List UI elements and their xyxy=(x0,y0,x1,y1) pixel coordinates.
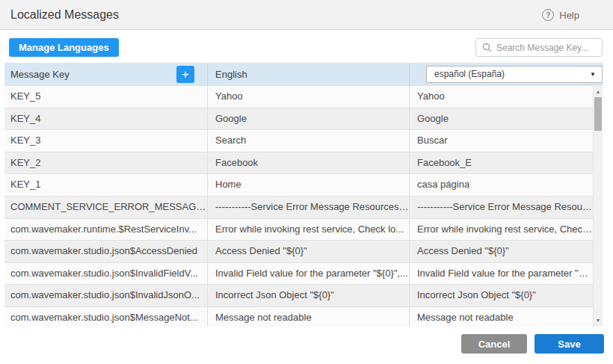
spanish-value-cell[interactable]: Google xyxy=(410,108,593,130)
column-header-message-key: Message Key + xyxy=(4,63,208,86)
spanish-value-cell[interactable]: Invalid Field value for the parameter "$… xyxy=(410,263,593,285)
message-key-cell[interactable]: com.wavemaker.studio.json$InvalidFieldV.… xyxy=(4,263,208,285)
table-row[interactable]: KEY_1 Home casa página xyxy=(4,174,593,197)
message-key-cell[interactable]: COMMENT_SERVICE_ERROR_MESSAGES xyxy=(4,197,208,218)
scroll-up-icon[interactable]: ▲ xyxy=(594,88,603,96)
manage-languages-button[interactable]: Manage Languages xyxy=(9,38,119,57)
spanish-value-cell[interactable]: Message not readable xyxy=(410,307,593,327)
search-input[interactable] xyxy=(496,43,596,53)
help-button[interactable]: ? Help xyxy=(542,0,579,30)
message-key-cell[interactable]: com.wavemaker.studio.json$AccessDenied xyxy=(4,241,208,262)
english-value-cell[interactable]: Access Denied "${0}" xyxy=(208,241,410,262)
cancel-button[interactable]: Cancel xyxy=(461,334,527,354)
add-message-key-button[interactable]: + xyxy=(176,66,194,83)
message-key-cell[interactable]: com.wavemaker.studio.json$MessageNot... xyxy=(4,307,208,327)
table-row[interactable]: com.wavemaker.studio.json$InvalidJsonO..… xyxy=(4,285,593,307)
english-value-cell[interactable]: Message not readable xyxy=(208,307,410,327)
english-value-cell[interactable]: Search xyxy=(208,130,410,152)
localized-messages-dialog: Localized Messages ? Help Manage Languag… xyxy=(0,0,613,364)
scrollbar-thumb[interactable] xyxy=(594,97,602,131)
search-box[interactable] xyxy=(475,38,603,57)
table-row[interactable]: KEY_5 Yahoo Yahoo xyxy=(4,86,593,108)
english-value-cell[interactable]: Facebook xyxy=(208,152,410,174)
help-icon: ? xyxy=(542,9,554,21)
table-scrollbar[interactable]: ▲ ▼ xyxy=(593,86,603,327)
language-select-value: español (España) xyxy=(434,69,505,79)
message-key-cell[interactable]: KEY_2 xyxy=(4,152,208,174)
message-key-cell[interactable]: com.wavemaker.runtime.$RestServiceInv... xyxy=(4,219,208,241)
table-row[interactable]: KEY_3 Search Buscar xyxy=(4,130,593,152)
english-label: English xyxy=(215,69,247,80)
english-value-cell[interactable]: Home xyxy=(208,174,410,196)
save-button[interactable]: Save xyxy=(535,334,604,354)
message-key-cell[interactable]: KEY_3 xyxy=(4,130,208,152)
english-value-cell[interactable]: Incorrect Json Object "${0}" xyxy=(208,285,410,306)
message-key-cell[interactable]: KEY_1 xyxy=(4,174,208,196)
english-value-cell[interactable]: Error while invoking rest service, Check… xyxy=(208,219,410,241)
column-header-language: español (España) ▼ xyxy=(410,63,603,86)
table-row[interactable]: com.wavemaker.studio.json$InvalidFieldV.… xyxy=(4,263,593,286)
table-row[interactable]: KEY_2 Facebook Facebook_E xyxy=(4,152,593,175)
plus-icon: + xyxy=(182,67,189,81)
table-row[interactable]: com.wavemaker.runtime.$RestServiceInv...… xyxy=(4,219,593,241)
spanish-value-cell[interactable]: Error while invoking rest service, Check… xyxy=(410,219,593,241)
spanish-value-cell[interactable]: casa página xyxy=(410,174,593,196)
grid-header-row: Message Key + English español (España) ▼ xyxy=(4,63,603,86)
search-icon xyxy=(482,43,492,52)
table-body: KEY_5 Yahoo Yahoo KEY_4 Google Google KE… xyxy=(4,86,603,327)
chevron-down-icon: ▼ xyxy=(590,67,596,82)
language-select[interactable]: español (España) ▼ xyxy=(426,66,603,83)
messages-grid: Message Key + English español (España) ▼… xyxy=(4,63,603,327)
message-key-label: Message Key xyxy=(10,69,70,80)
table-row[interactable]: COMMENT_SERVICE_ERROR_MESSAGES ---------… xyxy=(4,197,593,219)
help-label: Help xyxy=(559,10,579,21)
message-key-cell[interactable]: KEY_4 xyxy=(4,108,208,130)
message-key-cell[interactable]: com.wavemaker.studio.json$InvalidJsonO..… xyxy=(4,285,208,306)
column-header-english: English xyxy=(208,63,410,86)
page-title: Localized Messages xyxy=(10,0,119,29)
spanish-value-cell[interactable]: Access Denied "${0}" xyxy=(410,241,593,262)
scroll-down-icon[interactable]: ▼ xyxy=(594,317,603,324)
english-value-cell[interactable]: Invalid Field value for the parameter "$… xyxy=(208,263,410,285)
title-bar: Localized Messages ? Help xyxy=(0,0,613,30)
message-key-cell[interactable]: KEY_5 xyxy=(4,86,208,108)
spanish-value-cell[interactable]: -----------Service Error Message Resourc… xyxy=(410,197,593,218)
spanish-value-cell[interactable]: Buscar xyxy=(410,130,593,152)
table-row[interactable]: com.wavemaker.studio.json$AccessDenied A… xyxy=(4,241,593,263)
table-row[interactable]: com.wavemaker.studio.json$MessageNot... … xyxy=(4,307,593,327)
english-value-cell[interactable]: Google xyxy=(208,108,410,130)
english-value-cell[interactable]: Yahoo xyxy=(208,86,410,108)
english-value-cell[interactable]: -----------Service Error Message Resourc… xyxy=(208,197,410,218)
spanish-value-cell[interactable]: Incorrect Json Object "${0}" xyxy=(410,285,593,306)
table-row[interactable]: KEY_4 Google Google xyxy=(4,108,593,131)
spanish-value-cell[interactable]: Yahoo xyxy=(410,86,593,108)
spanish-value-cell[interactable]: Facebook_E xyxy=(410,152,593,174)
